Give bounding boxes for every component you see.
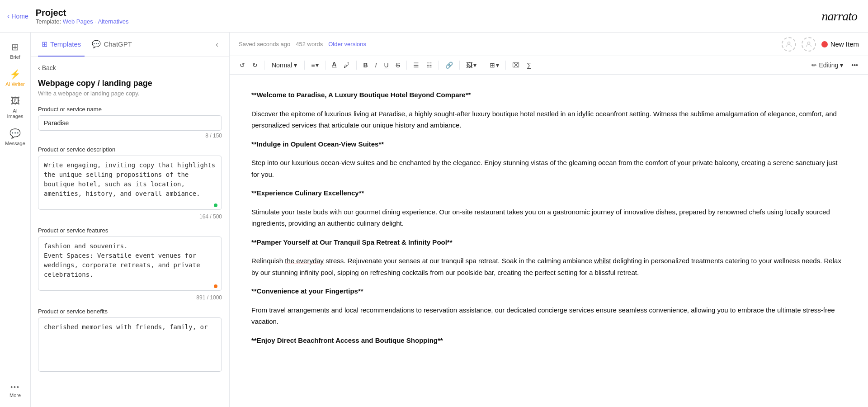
desc-status-dot	[214, 204, 217, 207]
new-item-button[interactable]: New Item	[821, 40, 859, 48]
sidebar-label-aiwriter: AI Writer	[5, 81, 25, 87]
home-link[interactable]: Home	[7, 12, 28, 20]
formula-button[interactable]: ∑	[524, 60, 534, 71]
italic-button[interactable]: I	[373, 60, 380, 71]
templates-tab-icon: ⊞	[42, 40, 47, 48]
older-versions-link[interactable]: Older versions	[328, 41, 366, 47]
align-button[interactable]: ≡ ▾	[308, 60, 321, 71]
panel-tabs: ⊞ Templates 💬 ChatGPT ‹	[31, 33, 229, 57]
product-desc-textarea[interactable]: Write engaging, inviting copy that highl…	[38, 156, 222, 210]
image-icon: 🖼	[466, 62, 472, 69]
link-button[interactable]: 🔗	[443, 60, 456, 71]
narrato-logo: narrato	[821, 9, 857, 24]
product-features-textarea[interactable]: fashion and souvenirs. Event Spaces: Ver…	[38, 237, 222, 291]
underline-word-1: the everyday	[285, 257, 324, 265]
word-count: 452 words	[296, 41, 323, 47]
table-icon: ⊞	[490, 62, 495, 69]
format-chevron-icon: ▾	[294, 62, 297, 69]
link-icon: 🔗	[445, 62, 453, 69]
content-intro: Discover the epitome of luxurious living…	[251, 108, 846, 131]
left-panel: ⊞ Templates 💬 ChatGPT ‹ ‹ Back Webpage c…	[31, 33, 230, 407]
editor-topbar: Saved seconds ago 452 words Older versio…	[230, 33, 868, 56]
bullet-list-button[interactable]: ☰	[410, 60, 422, 71]
top-bar-left: Home Project Template: Web Pages - Alter…	[7, 8, 128, 25]
project-title: Project	[36, 8, 129, 18]
product-desc-counter: 164 / 500	[38, 213, 222, 220]
strikethrough-button[interactable]: S	[393, 60, 403, 71]
content-section1-heading: **Indulge in Opulent Ocean-View Suites**	[251, 138, 846, 150]
collapse-panel-button[interactable]: ‹	[212, 38, 222, 51]
chatgpt-tab-icon: 💬	[92, 40, 101, 48]
content-section2-heading: **Experience Culinary Excellency**	[251, 187, 846, 199]
product-name-counter: 8 / 150	[38, 133, 222, 139]
redo-button[interactable]: ↻	[250, 60, 260, 71]
project-subtitle: Template: Web Pages - Alternatives	[36, 18, 129, 25]
ordered-list-button[interactable]: ☷	[424, 60, 435, 71]
sidebar-item-brief[interactable]: ⊞ Brief	[2, 38, 29, 63]
highlight-button[interactable]: 🖊	[341, 60, 353, 71]
toolbar-sep-5	[406, 61, 407, 70]
content-section5-heading: **Enjoy Direct Beachfront Access and Bou…	[251, 335, 846, 346]
more-options-icon: •••	[851, 62, 858, 69]
svg-point-1	[807, 42, 810, 44]
align-icon: ≡	[311, 62, 315, 69]
content-section1-body: Step into our luxurious ocean-view suite…	[251, 157, 846, 180]
highlight-icon: 🖊	[344, 62, 350, 69]
panel-content: ‹ Back Webpage copy / landing page Write…	[31, 57, 229, 407]
aiwriter-icon: ⚡	[9, 69, 21, 80]
product-name-input[interactable]	[38, 115, 222, 131]
content-section3-heading: **Pamper Yourself at Our Tranquil Spa Re…	[251, 237, 846, 248]
image-chevron-icon: ▾	[473, 62, 476, 69]
editor-toolbar: ↺ ↻ Normal ▾ ≡ ▾ A 🖊 B I	[230, 56, 868, 75]
format-dropdown[interactable]: Normal ▾	[268, 60, 301, 71]
chatgpt-tab-label: ChatGPT	[104, 40, 132, 48]
templates-tab-label: Templates	[50, 40, 81, 48]
sidebar-item-more[interactable]: ••• More	[2, 380, 29, 402]
underline-icon: U	[384, 62, 388, 69]
editing-label: Editing	[819, 62, 838, 69]
section-desc: Write a webpage or landing page copy.	[38, 90, 222, 97]
top-bar: Home Project Template: Web Pages - Alter…	[0, 0, 868, 33]
tab-chatgpt[interactable]: 💬 ChatGPT	[88, 33, 136, 57]
bullet-list-icon: ☰	[413, 62, 419, 69]
bold-button[interactable]: B	[360, 60, 370, 71]
sidebar-item-aiwriter[interactable]: ⚡ AI Writer	[2, 65, 29, 90]
table-button[interactable]: ⊞ ▾	[487, 60, 502, 71]
font-color-icon: A	[332, 61, 336, 68]
sidebar-item-aiimages[interactable]: 🖼 AI Images	[2, 92, 29, 123]
brief-icon: ⊞	[11, 42, 19, 52]
message-icon: 💬	[9, 128, 21, 139]
main-layout: ⊞ Brief ⚡ AI Writer 🖼 AI Images 💬 Messag…	[0, 33, 868, 407]
toolbar-sep-4	[356, 61, 357, 70]
field-group-product-desc: Product or service description Write eng…	[38, 146, 222, 220]
sidebar-item-message[interactable]: 💬 Message	[2, 124, 29, 150]
tab-templates[interactable]: ⊞ Templates	[38, 33, 85, 57]
toolbar-sep-9	[505, 61, 506, 70]
toolbar-sep-8	[483, 61, 483, 70]
image-button[interactable]: 🖼 ▾	[463, 60, 479, 71]
product-desc-label: Product or service description	[38, 146, 222, 153]
new-item-label: New Item	[830, 40, 859, 48]
back-button[interactable]: ‹ Back	[38, 64, 56, 71]
undo-button[interactable]: ↺	[237, 60, 248, 71]
ordered-list-icon: ☷	[426, 62, 432, 69]
sidebar-label-more: More	[9, 393, 21, 398]
editing-dropdown[interactable]: ✏ Editing ▾	[808, 60, 847, 71]
underline-button[interactable]: U	[381, 60, 391, 71]
toolbar-sep-3	[325, 61, 326, 70]
product-benefits-label: Product or service benefits	[38, 308, 222, 315]
new-item-dot	[821, 41, 828, 47]
template-link[interactable]: Web Pages - Alternatives	[63, 18, 129, 25]
editor-content[interactable]: **Welcome to Paradise, A Luxury Boutique…	[230, 75, 868, 407]
back-label: Back	[42, 64, 56, 71]
sidebar-label-aiimages: AI Images	[5, 108, 26, 119]
clear-format-button[interactable]: ⌧	[509, 60, 522, 71]
more-options-button[interactable]: •••	[849, 60, 861, 71]
editor-panel: Saved seconds ago 452 words Older versio…	[230, 33, 868, 407]
font-color-button[interactable]: A	[329, 59, 339, 71]
product-benefits-textarea[interactable]: cherished memories with friends, family,…	[38, 317, 222, 372]
align-chevron-icon: ▾	[316, 62, 319, 69]
field-group-product-name: Product or service name 8 / 150	[38, 106, 222, 139]
saved-status: Saved seconds ago	[239, 41, 290, 47]
section-title: Webpage copy / landing page	[38, 79, 222, 88]
